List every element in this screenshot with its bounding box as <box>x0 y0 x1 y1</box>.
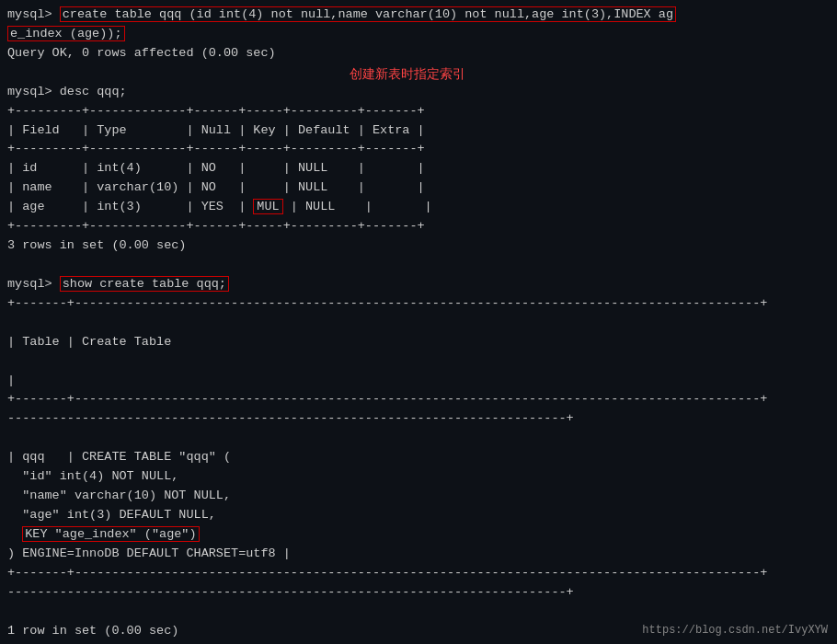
cmd-box-1: create table qqq (id int(4) not null,nam… <box>60 6 676 22</box>
long-border-1a: +-------+-------------------------------… <box>7 294 830 314</box>
key-line: KEY "age_index" ("age") <box>7 525 830 545</box>
mul-badge: MUL <box>253 199 282 214</box>
table-border-bottom: +---------+-------------+------+-----+--… <box>7 217 830 236</box>
engine-line: ) ENGINE=InnoDB DEFAULT CHARSET=utf8 | <box>7 545 830 564</box>
terminal: mysql> create table qqq (id int(4) not n… <box>0 0 837 644</box>
col-age: "age" int(3) DEFAULT NULL, <box>7 506 830 525</box>
create-table-qqq: | qqq | CREATE TABLE "qqq" ( <box>7 448 830 467</box>
line-3: Query OK, 0 rows affected (0.00 sec) <box>7 44 830 63</box>
pipe-line: | <box>7 372 830 391</box>
footer-url: https://blog.csdn.net/IvyXYW <box>642 624 828 637</box>
key-highlight: KEY "age_index" ("age") <box>22 526 199 542</box>
long-border-2a: +-------+-------------------------------… <box>7 390 830 409</box>
line-1: mysql> create table qqq (id int(4) not n… <box>7 6 830 25</box>
blank-5 <box>7 429 830 448</box>
long-border-2b: ----------------------------------------… <box>7 409 830 429</box>
table-row-name: | name | varchar(10) | NO | | NULL | | <box>7 178 830 198</box>
prompt-1: mysql> <box>7 7 60 21</box>
table-row-age: | age | int(3) | YES | MUL | NULL | | <box>7 198 830 217</box>
long-border-3a: +-------+-------------------------------… <box>7 564 830 583</box>
col-id: "id" int(4) NOT NULL, <box>7 467 830 487</box>
line-2: e_index (age)); <box>7 25 830 44</box>
blank-4 <box>7 352 830 372</box>
table-border-top: +---------+-------------+------+-----+--… <box>7 102 830 121</box>
cmd-box-2: e_index (age)); <box>7 26 125 41</box>
line-show-cmd: mysql> show create table qqq; <box>7 275 830 294</box>
table-border-mid: +---------+-------------+------+-----+--… <box>7 140 830 159</box>
table-row-id: | id | int(4) | NO | | NULL | | <box>7 159 830 178</box>
blank-3 <box>7 314 830 333</box>
table-header: | Field | Type | Null | Key | Default | … <box>7 121 830 141</box>
rows-count: 3 rows in set (0.00 sec) <box>7 236 830 256</box>
long-border-3b: ----------------------------------------… <box>7 583 830 603</box>
blank-6 <box>7 603 830 622</box>
line-blank-2 <box>7 256 830 275</box>
create-table-header: | Table | Create Table <box>7 333 830 352</box>
show-cmd-highlight: show create table qqq; <box>60 276 229 292</box>
col-name: "name" varchar(10) NOT NULL, <box>7 487 830 506</box>
chinese-label: 创建新表时指定索引 <box>350 66 465 83</box>
line-desc: mysql> desc qqq; <box>7 83 830 102</box>
